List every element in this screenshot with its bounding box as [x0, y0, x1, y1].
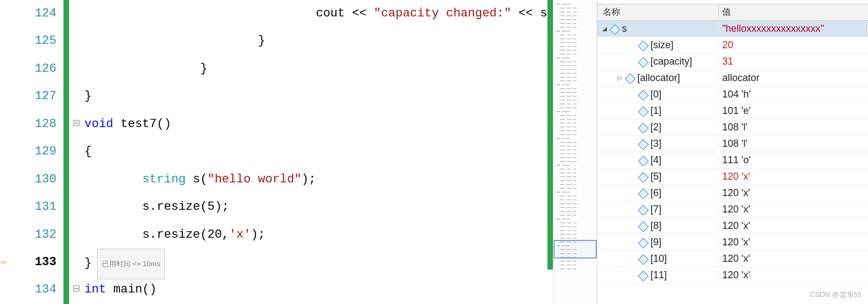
variable-row[interactable]: [4]111 'o'char [597, 152, 868, 169]
variable-row[interactable]: ▷[allocator]allocatorstd::_Co [597, 70, 868, 87]
variable-name-cell[interactable]: ◢s [597, 23, 719, 35]
variable-name-cell[interactable]: [7] [597, 204, 719, 215]
variable-icon [638, 271, 647, 280]
code-line[interactable]: } [84, 55, 547, 83]
variable-value-cell[interactable]: 120 'x' [719, 237, 868, 248]
fold-gutter[interactable] [69, 0, 84, 304]
variable-row[interactable]: [7]120 'x'char [597, 202, 868, 218]
variable-name: [9] [650, 237, 661, 248]
code-line[interactable]: } [84, 83, 547, 110]
header-value[interactable]: 值 [719, 4, 868, 20]
variable-value-cell[interactable]: 120 'x' [719, 253, 868, 265]
variable-value: 120 'x' [722, 204, 750, 215]
variable-value: 20 [722, 39, 733, 51]
variable-value-cell[interactable]: allocator [719, 72, 868, 84]
code-line[interactable]: }已用时间 <= 10ms [84, 249, 547, 276]
minimap-viewport[interactable] [553, 240, 597, 259]
variable-name-cell[interactable]: [4] [597, 154, 719, 166]
variable-value-cell[interactable]: 20 [719, 39, 868, 51]
variable-icon [638, 41, 647, 50]
variable-value-cell[interactable]: 120 'x' [719, 171, 868, 182]
variable-value-cell[interactable]: 120 'x' [719, 269, 868, 281]
token-plain: s.resize(20, [142, 228, 229, 242]
collapse-toggle-icon[interactable] [73, 285, 79, 291]
variable-row[interactable]: [9]120 'x'char [597, 234, 868, 251]
execution-pointer-icon: ➪ [1, 256, 7, 268]
variable-name-cell[interactable]: ▷[allocator] [597, 72, 719, 84]
header-name[interactable]: 名称 [597, 4, 719, 20]
variable-icon [638, 140, 647, 148]
variable-row[interactable]: [8]120 'x'char [597, 218, 868, 234]
variable-name-cell[interactable]: [9] [597, 237, 719, 248]
variable-name-cell[interactable]: [0] [597, 89, 719, 100]
variable-row[interactable]: [1]101 'e'char [597, 103, 868, 119]
expander-open-icon[interactable]: ◢ [601, 25, 608, 33]
variable-row[interactable]: ◢s"helloxxxxxxxxxxxxxxx"查看std::strin [597, 21, 868, 37]
variable-row[interactable]: [capacity]31unsigne [597, 54, 868, 70]
collapse-toggle-icon[interactable] [73, 120, 79, 126]
minimap-line: ▬▬▬ ▬▬▬ ▬▬ [557, 156, 593, 159]
variable-name-cell[interactable]: [11] [597, 269, 719, 281]
code-line[interactable]: s.resize(5); [84, 193, 547, 221]
code-line[interactable]: } [84, 27, 547, 55]
variable-value-cell[interactable]: 31 [719, 56, 868, 67]
variable-icon [638, 107, 647, 116]
variable-row[interactable]: [6]120 'x'char [597, 185, 868, 202]
perf-hint: 已用时间 <= 10ms [97, 249, 165, 279]
variable-name-cell[interactable]: [size] [597, 39, 719, 51]
code-line[interactable]: string s("hello world"); [84, 166, 547, 193]
variable-value-cell[interactable]: 108 'l' [719, 138, 868, 150]
minimap-line: ▬▬ ▬▬▬▬▬ [557, 190, 593, 194]
variable-value-cell[interactable]: 111 'o' [719, 154, 868, 166]
variable-name-cell[interactable]: [2] [597, 122, 719, 133]
minimap-line: ▬▬▬ ▬▬▬ ▬▬ [557, 37, 593, 41]
variable-name-cell[interactable]: [6] [597, 187, 719, 199]
variable-name: [8] [650, 220, 661, 232]
variable-value-cell[interactable]: 120 'x' [719, 187, 868, 199]
code-line[interactable]: s.resize(20,'x'); [84, 221, 547, 249]
variable-row[interactable]: [3]108 'l'char [597, 136, 868, 152]
code-line[interactable]: void test7() [84, 111, 547, 138]
variable-value-cell[interactable]: 104 'h' [719, 89, 868, 100]
minimap[interactable]: ▬▬ ▬▬▬▬▬ ▬▬▬ ▬▬▬ ▬▬ ▬▬▬ ▬▬▬ ▬▬ ▬▬▬ ▬▬▬ ▬… [553, 0, 597, 304]
variable-name-cell[interactable]: [1] [597, 105, 719, 117]
minimap-line: ▬▬▬ ▬▬▬ ▬▬ [557, 94, 593, 98]
variable-row[interactable]: [size]20unsigne [597, 37, 868, 54]
variables-panel[interactable]: 名称 值 类型 ◢s"helloxxxxxxxxxxxxxxx"查看std::s… [597, 0, 868, 304]
panel-header[interactable]: 名称 值 类型 [597, 4, 868, 21]
minimap-line: ▬▬▬ ▬▬▬ ▬▬ [557, 121, 593, 125]
token-plain: ); [251, 228, 265, 242]
variable-name-cell[interactable]: [10] [597, 253, 719, 265]
line-number: 134 [13, 276, 56, 303]
line-number: 129 [13, 138, 56, 165]
panel-body[interactable]: ◢s"helloxxxxxxxxxxxxxxx"查看std::strin[siz… [597, 21, 868, 304]
variable-name-cell[interactable]: [8] [597, 220, 719, 232]
variable-name-cell[interactable]: [5] [597, 171, 719, 182]
code-line[interactable]: cout << "capacity changed:" << s [84, 0, 547, 27]
variable-value-cell[interactable]: 120 'x' [719, 220, 868, 232]
variable-icon [638, 173, 647, 181]
variable-value-cell[interactable]: 120 'x' [719, 204, 868, 215]
variable-row[interactable]: [2]108 'l'char [597, 119, 868, 136]
token-kw: int [84, 283, 106, 296]
variable-value-cell[interactable]: "helloxxxxxxxxxxxxxxx"查看 [719, 23, 868, 35]
code-area[interactable]: cout << "capacity changed:" << s } }}voi… [84, 0, 547, 304]
code-line[interactable]: int main() [84, 276, 547, 303]
minimap-line: ▬▬▬ ▬▬▬ ▬▬ [557, 87, 593, 90]
line-number: 133 [13, 249, 56, 276]
variable-name-cell[interactable]: [3] [597, 138, 719, 150]
execution-gutter: ➪ [0, 0, 13, 304]
expander-closed-icon[interactable]: ▷ [616, 74, 624, 82]
change-indicator-left [64, 0, 69, 304]
variable-row[interactable]: [11]120 'x'char [597, 267, 868, 284]
variable-row[interactable]: [10]120 'x'char [597, 251, 868, 267]
variable-row[interactable]: [5]120 'x'char [597, 169, 868, 185]
variable-name-cell[interactable]: [capacity] [597, 56, 719, 67]
variable-value-cell[interactable]: 101 'e' [719, 105, 868, 117]
code-editor[interactable]: ➪ 124125126127128129130131132133134 cout… [0, 0, 597, 304]
code-line[interactable]: { [84, 138, 547, 165]
variable-row[interactable]: [0]104 'h'char [597, 87, 868, 103]
minimap-line: ▬▬▬ ▬▬▬ ▬▬ [557, 259, 593, 263]
minimap-line: ▬▬▬ ▬▬▬ ▬▬ [557, 148, 593, 152]
variable-value-cell[interactable]: 108 'l' [719, 122, 868, 133]
